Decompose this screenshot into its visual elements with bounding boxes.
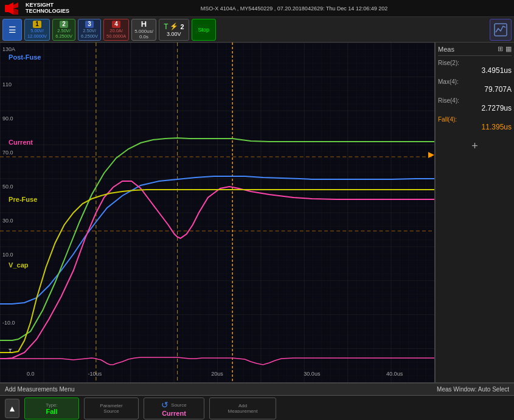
- scope-icon-button[interactable]: [490, 19, 512, 41]
- svg-text:-10.0: -10.0: [2, 320, 15, 326]
- svg-text:Pre-Fuse: Pre-Fuse: [9, 196, 37, 203]
- bottom-toolbar-title: Add Measurements Menu: [0, 384, 432, 396]
- measurements-title: Meas: [438, 46, 454, 53]
- svg-rect-7: [0, 43, 434, 382]
- run-stop-button[interactable]: Stop: [192, 19, 216, 41]
- parameter-source-button[interactable]: Parameter Source: [84, 398, 139, 419]
- svg-rect-4: [495, 24, 507, 36]
- meas-value-0: 3.4951us: [438, 66, 512, 75]
- timebase-delay: 0.0s: [139, 34, 148, 40]
- scope-display-icon: [493, 22, 508, 37]
- meas-item-0: Rise(2): 3.4951us: [438, 60, 512, 75]
- svg-marker-3: [13, 9, 18, 15]
- svg-text:110: 110: [2, 81, 12, 88]
- ch4-number: 4: [112, 21, 120, 28]
- source-current-button[interactable]: ↺ Source Current: [144, 398, 204, 419]
- svg-text:90.0: 90.0: [2, 115, 13, 122]
- meas-name-1: Max(4):: [438, 78, 512, 85]
- trigger-icon: T: [164, 22, 168, 31]
- channel-4-button[interactable]: 4 20.0A/ 50.0000A: [103, 19, 129, 41]
- trigger-icon2: ⚡: [170, 22, 178, 30]
- svg-rect-0: [5, 5, 9, 12]
- source-refresh-icon: ↺: [161, 400, 168, 410]
- type-fall-button[interactable]: Type: Fall: [24, 398, 79, 419]
- keysight-logo-icon: [5, 2, 22, 15]
- svg-text:50.0: 50.0: [2, 184, 13, 190]
- header-model: MSO-X 4104A: [201, 5, 236, 12]
- bottom-toolbar: Add Measurements Menu Meas Window: Auto …: [0, 382, 514, 420]
- logo-area: KEYSIGHT TECHNOLOGIES: [5, 2, 69, 15]
- nav-up-arrow[interactable]: ▲: [5, 399, 19, 418]
- header-serial: MY54450229: [240, 5, 273, 12]
- header-info: MSO-X 4104A , MY54450229 , 07.20.2018042…: [79, 5, 509, 12]
- keysight-logo-text: KEYSIGHT TECHNOLOGIES: [26, 2, 69, 15]
- meas-item-2: Rise(4): 2.7279us: [438, 97, 512, 112]
- param-source-label2: Source: [103, 408, 119, 414]
- channel-3-button[interactable]: 3 2.50V/ 6.2500V: [78, 19, 101, 41]
- meas-list-icon[interactable]: ▦: [505, 45, 512, 53]
- svg-text:70.0: 70.0: [2, 150, 13, 156]
- svg-text:20us: 20us: [211, 371, 223, 377]
- source-value: Current: [162, 410, 186, 417]
- meas-grid-icon[interactable]: ⊞: [498, 45, 503, 53]
- trigger-voltage: 3.00V: [167, 31, 181, 37]
- meas-window-text: Meas Window: Auto Select: [437, 386, 509, 393]
- svg-marker-1: [9, 2, 13, 15]
- run-stop-label: Stop: [198, 27, 210, 33]
- meas-value-3: 11.395us: [438, 123, 512, 131]
- bottom-title-text: Add Measurements Menu: [5, 386, 75, 393]
- ch2-vdiv: 2.50V/: [57, 28, 71, 33]
- add-meas-label1: Add: [238, 403, 247, 408]
- type-label: Type:: [46, 402, 58, 408]
- ch3-offset: 6.2500V: [81, 33, 98, 39]
- svg-text:130A: 130A: [2, 46, 15, 52]
- meas-item-1: Max(4): 79.707A: [438, 78, 512, 94]
- channel-2-button[interactable]: 2 2.50V/ 6.2500V: [52, 19, 75, 41]
- header-bar: KEYSIGHT TECHNOLOGIES MSO-X 4104A , MY54…: [0, 0, 514, 17]
- ch1-offset: 12.0000V: [27, 33, 47, 39]
- svg-text:10.0: 10.0: [2, 252, 13, 258]
- ch4-vdiv: 20.0A/: [109, 28, 123, 33]
- meas-name-0: Rise(2):: [438, 60, 512, 66]
- trigger-button[interactable]: T ⚡ 2 3.00V: [159, 19, 189, 41]
- meas-name-3: Fall(4):: [438, 116, 512, 123]
- meas-value-1: 79.707A: [438, 85, 512, 94]
- ch3-vdiv: 2.50V/: [83, 28, 96, 33]
- main-area: 130A 110 90.0 70.0 50.0 30.0 10.0 -10.0 …: [0, 43, 514, 382]
- ch1-number: 1: [33, 21, 41, 28]
- svg-text:40.0us: 40.0us: [386, 371, 403, 377]
- ch1-vdiv: 5.00V/: [30, 28, 44, 33]
- ch4-offset: 50.0000A: [106, 33, 126, 39]
- channel-bar: ☰ 1 5.00V/ 12.0000V 2 2.50V/ 6.2500V 3 2…: [0, 17, 514, 43]
- menu-button[interactable]: ☰: [2, 19, 22, 41]
- channel-1-button[interactable]: 1 5.00V/ 12.0000V: [24, 19, 50, 41]
- svg-text:30.0us: 30.0us: [304, 371, 321, 377]
- scope-display[interactable]: 130A 110 90.0 70.0 50.0 30.0 10.0 -10.0 …: [0, 43, 435, 382]
- source-label: Source: [171, 402, 186, 408]
- type-value: Fall: [46, 408, 58, 415]
- header-datetime: 07.20.2018042629: Thu Dec 14 12:06:49 20…: [277, 5, 388, 12]
- meas-item-3: Fall(4): 11.395us: [438, 116, 512, 131]
- svg-text:-10us: -10us: [88, 371, 102, 377]
- waveform-svg: 130A 110 90.0 70.0 50.0 30.0 10.0 -10.0 …: [0, 43, 434, 382]
- trigger-channel: 2: [180, 23, 184, 30]
- param-source-label: Parameter: [100, 403, 122, 408]
- meas-window-label: Meas Window: Auto Select: [432, 386, 514, 393]
- timebase-button[interactable]: H 5.000us/ 0.0s: [131, 19, 156, 41]
- measurements-panel: Meas ⊞ ▦ Rise(2): 3.4951us Max(4): 79.70…: [435, 43, 514, 382]
- meas-name-2: Rise(4):: [438, 97, 512, 104]
- svg-text:V_cap: V_cap: [9, 261, 29, 269]
- meas-add-button[interactable]: +: [438, 140, 512, 153]
- nav-arrow-icon: ▲: [8, 404, 16, 413]
- add-meas-label2: Measurement: [228, 408, 258, 414]
- svg-text:Post-Fuse: Post-Fuse: [9, 53, 41, 61]
- measurements-header: Meas ⊞ ▦: [438, 45, 512, 56]
- svg-text:Current: Current: [9, 139, 33, 146]
- measurements-icons: ⊞ ▦: [498, 45, 512, 53]
- add-measurement-button[interactable]: Add Measurement: [209, 398, 276, 419]
- bottom-buttons-row: ▲ Type: Fall Parameter Source ↺ Source C…: [0, 396, 514, 420]
- svg-text:0.0: 0.0: [27, 371, 35, 377]
- svg-text:30.0: 30.0: [2, 218, 13, 224]
- ch3-number: 3: [85, 21, 94, 28]
- ch2-number: 2: [60, 21, 68, 28]
